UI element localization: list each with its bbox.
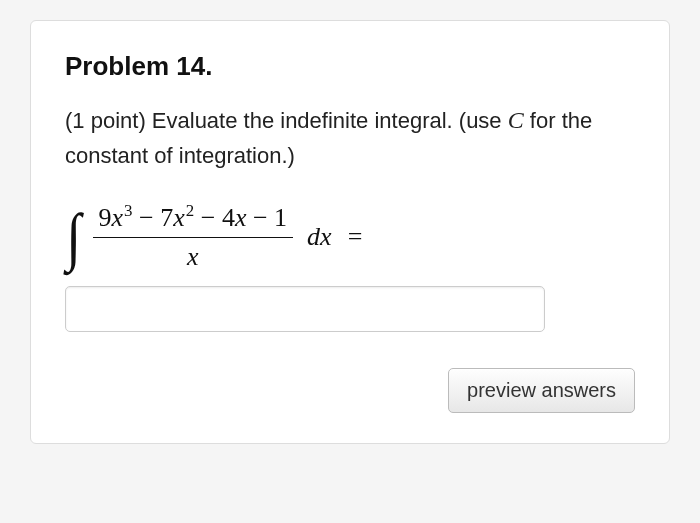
preview-answers-button[interactable]: preview answers bbox=[448, 368, 635, 413]
integral-expression: ∫ 9x3 − 7x2 − 4x − 1 x dx = bbox=[65, 201, 635, 272]
fraction-numerator: 9x3 − 7x2 − 4x − 1 bbox=[93, 201, 294, 238]
differential: dx bbox=[307, 222, 332, 252]
integral-icon: ∫ bbox=[66, 208, 81, 266]
answer-input[interactable] bbox=[65, 286, 545, 332]
problem-title: Problem 14. bbox=[65, 51, 635, 82]
points-label: (1 point) bbox=[65, 108, 152, 133]
problem-prompt: (1 point) Evaluate the indefinite integr… bbox=[65, 102, 635, 173]
problem-card: Problem 14. (1 point) Evaluate the indef… bbox=[30, 20, 670, 444]
fraction: 9x3 − 7x2 − 4x − 1 x bbox=[93, 201, 294, 272]
prompt-text-main: Evaluate the indefinite integral. (use bbox=[152, 108, 508, 133]
constant-variable: C bbox=[508, 107, 524, 133]
fraction-denominator: x bbox=[187, 238, 199, 272]
equals-sign: = bbox=[348, 222, 363, 252]
actions-row: preview answers bbox=[65, 368, 635, 413]
